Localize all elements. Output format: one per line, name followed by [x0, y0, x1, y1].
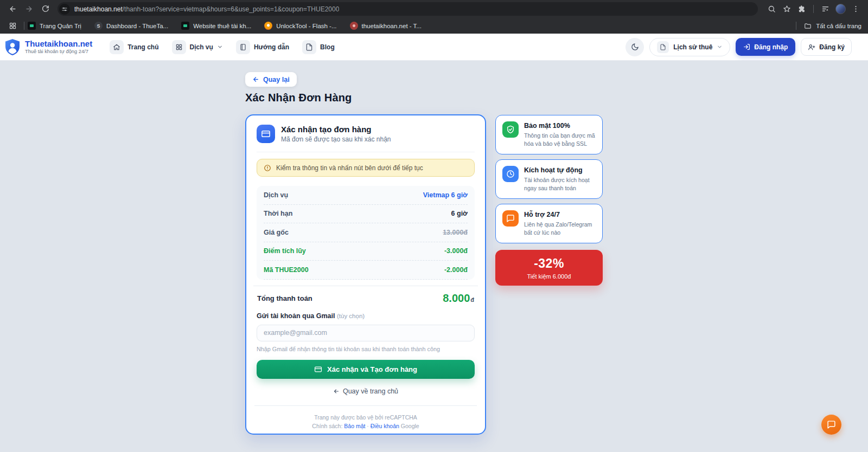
- recaptcha-line: Trang này được bảo vệ bởi reCAPTCHA: [257, 413, 475, 422]
- browser-reload-button[interactable]: [38, 2, 52, 16]
- bookmark-item[interactable]: Website thuê tài kh...: [181, 22, 251, 30]
- url-text: thuetaikhoan.net/thanh-toan?service=viet…: [74, 5, 339, 13]
- order-summary-table: Dịch vụ Vietmap 6 giờ Thời hạn 6 giờ Giá…: [257, 186, 475, 280]
- nav-item-blog[interactable]: Blog: [298, 37, 339, 57]
- discount-percent: -32%: [534, 256, 564, 271]
- side-panel-icon[interactable]: [818, 2, 832, 16]
- summary-row-service: Dịch vụ Vietmap 6 giờ: [264, 186, 468, 205]
- address-bar[interactable]: thuetaikhoan.net/thanh-toan?service=viet…: [58, 2, 758, 16]
- back-button-label: Quay lại: [263, 76, 290, 83]
- row-label: Thời hạn: [264, 210, 292, 217]
- browser-menu-icon[interactable]: [848, 2, 863, 16]
- row-label: Mã THUE2000: [264, 266, 309, 274]
- nav-item-guide[interactable]: Hướng dẫn: [232, 37, 293, 57]
- benefit-title: Kích hoạt tự động: [524, 166, 596, 174]
- benefit-desc: Tài khoản được kích hoạt ngay sau thanh …: [524, 176, 596, 192]
- all-bookmarks-label: Tất cả dấu trang: [816, 23, 861, 29]
- bookmark-label: thuetaikhoan.net - T...: [362, 23, 422, 29]
- site-settings-icon[interactable]: [59, 4, 70, 15]
- bookmarks-bar: Trang Quản Trị SDashboard - ThueTa... We…: [0, 18, 868, 34]
- row-value: Vietmap 6 giờ: [423, 191, 468, 199]
- credit-card-icon: [314, 365, 322, 373]
- back-home-label: Quay về trang chủ: [343, 388, 398, 395]
- footer-divider: [254, 405, 477, 406]
- notice-banner: Kiểm tra thông tin và nhấn nút bên dưới …: [257, 159, 475, 177]
- bookmark-item[interactable]: SDashboard - ThueTa...: [94, 22, 168, 30]
- document-icon: [657, 41, 669, 53]
- arrow-left-icon: [252, 76, 259, 83]
- email-input[interactable]: [257, 325, 475, 341]
- back-home-link[interactable]: Quay về trang chủ: [257, 388, 475, 395]
- currency-unit: đ: [470, 296, 474, 303]
- main-nav: Trang chủ Dịch vụ Hướng dẫn Blog: [105, 37, 339, 57]
- row-value: 6 giờ: [451, 210, 468, 217]
- page-content: Quay lại Xác Nhận Đơn Hàng Xác nhận tạo …: [0, 61, 868, 452]
- confirm-order-button[interactable]: Xác nhận và Tạo đơn hàng: [257, 360, 475, 379]
- bookmark-favicon: [181, 22, 189, 30]
- register-button[interactable]: Đăng ký: [801, 38, 852, 56]
- benefit-title: Hỗ trợ 24/7: [524, 211, 596, 218]
- row-value: -2.000đ: [444, 266, 468, 274]
- apps-grid-icon[interactable]: [7, 20, 18, 32]
- extensions-icon[interactable]: [795, 2, 809, 16]
- bookmark-item[interactable]: UnlockTool - Flash -...: [264, 22, 336, 30]
- shield-logo-icon: [4, 38, 21, 56]
- zoom-icon[interactable]: [764, 2, 778, 16]
- profile-avatar[interactable]: [833, 2, 847, 16]
- login-button[interactable]: Đăng nhập: [736, 38, 795, 56]
- page-title: Xác Nhận Đơn Hàng: [245, 92, 352, 104]
- total-label: Tổng thanh toán: [257, 294, 312, 302]
- bookmark-item[interactable]: thuetaikhoan.net - T...: [350, 22, 422, 30]
- brand-name: Thuetaikhoan.net: [25, 40, 92, 49]
- nav-label: Blog: [320, 43, 335, 51]
- register-label: Đăng ký: [819, 43, 845, 51]
- home-icon: [110, 40, 124, 54]
- bookmark-label: Dashboard - ThueTa...: [106, 23, 168, 29]
- book-icon: [236, 40, 250, 54]
- bookmark-star-icon[interactable]: [780, 2, 794, 16]
- nav-item-services[interactable]: Dịch vụ: [168, 37, 227, 57]
- dark-mode-toggle[interactable]: [626, 38, 644, 56]
- brand-tagline: Thuê tài khoản tự động 24/7: [25, 49, 92, 54]
- row-value: -3.000đ: [444, 247, 468, 255]
- site-logo[interactable]: Thuetaikhoan.net Thuê tài khoản tự động …: [4, 38, 92, 56]
- browser-forward-button[interactable]: [22, 2, 36, 16]
- browser-back-button[interactable]: [5, 2, 20, 16]
- privacy-link[interactable]: Bảo mật: [344, 423, 365, 429]
- folder-icon: [804, 22, 812, 30]
- nav-item-home[interactable]: Trang chủ: [105, 37, 163, 57]
- card-title: Xác nhận tạo đơn hàng: [281, 125, 391, 134]
- row-value: 13.000đ: [443, 229, 468, 236]
- bookmark-label: UnlockTool - Flash -...: [276, 23, 336, 29]
- benefit-card-security: Bảo mật 100% Thông tin của bạn được mã h…: [495, 115, 603, 154]
- user-plus-icon: [808, 43, 815, 51]
- nav-label: Trang chủ: [127, 43, 158, 51]
- back-button[interactable]: Quay lại: [245, 72, 297, 87]
- summary-row-duration: Thời hạn 6 giờ: [264, 205, 468, 224]
- discount-note: Tiết kiệm 6.000đ: [527, 273, 571, 280]
- terms-link[interactable]: Điều khoản: [371, 423, 399, 429]
- row-label: Điểm tích lũy: [264, 247, 306, 255]
- credit-card-icon: [257, 125, 275, 143]
- card-subtitle: Mã đơn sẽ được tạo sau khi xác nhận: [281, 135, 391, 143]
- alert-circle-icon: [264, 164, 271, 172]
- chat-fab-button[interactable]: [821, 415, 841, 435]
- toolbar-right: [764, 2, 863, 16]
- benefit-desc: Liên hệ qua Zalo/Telegram bất cứ lúc nào: [524, 221, 596, 237]
- row-label: Giá gốc: [264, 229, 289, 236]
- nav-label: Dịch vụ: [190, 43, 213, 51]
- site-header: Thuetaikhoan.net Thuê tài khoản tự động …: [0, 34, 868, 61]
- bookmarks-right-divider: [796, 22, 796, 30]
- bookmark-item[interactable]: Trang Quản Trị: [28, 22, 81, 30]
- moon-icon: [631, 43, 639, 51]
- history-button[interactable]: Lịch sử thuê: [649, 38, 730, 56]
- clock-icon: [502, 166, 519, 182]
- bookmark-favicon: [350, 22, 358, 30]
- header-actions: Lịch sử thuê Đăng nhập Đăng ký: [626, 38, 852, 56]
- summary-row-coupon: Mã THUE2000 -2.000đ: [264, 261, 468, 280]
- email-help-text: Nhập Gmail để nhận thông tin tài khoản s…: [257, 346, 475, 352]
- all-bookmarks-button[interactable]: Tất cả dấu trang: [793, 22, 861, 30]
- file-icon: [302, 40, 316, 54]
- email-optional-label: (tùy chọn): [337, 313, 365, 319]
- url-domain: thuetaikhoan.net: [74, 5, 123, 13]
